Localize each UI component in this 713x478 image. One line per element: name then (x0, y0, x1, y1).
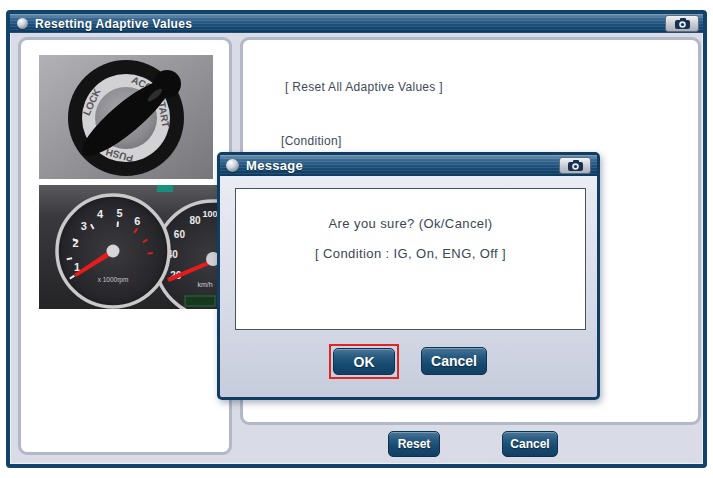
tach-label: 2 (73, 237, 79, 249)
tach-label: 5 (117, 207, 123, 219)
speed-label: 60 (174, 229, 186, 240)
tach-label: 6 (134, 215, 140, 227)
tach-label: 3 (81, 220, 87, 232)
tachometer-hub (107, 245, 120, 258)
dialog-body: Are you sure? (Ok/Cancel) [ Condition : … (220, 176, 597, 400)
speed-unit-label: km/h (197, 281, 212, 288)
ignition-switch-photo: ACC LOCK START PUSH (39, 55, 213, 179)
image-panel: ACC LOCK START PUSH (18, 37, 232, 455)
main-titlebar: Resetting Adaptive Values (10, 14, 703, 33)
screen: Resetting Adaptive Values (0, 0, 713, 478)
dialog-title: Message (246, 158, 303, 173)
tach-label: 4 (97, 208, 104, 220)
camera-icon (674, 17, 691, 30)
message-line-1: Are you sure? (Ok/Cancel) (236, 209, 585, 239)
screenshot-camera-button[interactable] (665, 15, 699, 32)
message-box: Are you sure? (Ok/Cancel) [ Condition : … (235, 188, 586, 330)
speed-label: 100 (202, 209, 217, 219)
condition-label: [Condition] (281, 134, 342, 148)
odometer-display (185, 296, 215, 306)
procedure-heading: [ Reset All Adaptive Values ] (285, 80, 443, 94)
dialog-titlebar: Message (220, 155, 597, 176)
ok-highlight-box: OK (329, 344, 399, 379)
message-dialog: Message Are you sure? (Ok/Cancel) [ Cond… (217, 152, 600, 400)
tachometer-gauge: 1 2 3 4 5 6 x 1000rpm (57, 195, 169, 307)
camera-icon (567, 159, 584, 172)
window-title: Resetting Adaptive Values (35, 17, 192, 31)
window-sphere-icon (17, 18, 28, 29)
message-line-2: [ Condition : IG, On, ENG, Off ] (236, 239, 585, 269)
cluster-teal-indicator (157, 185, 173, 192)
dialog-cancel-button[interactable]: Cancel (421, 347, 487, 375)
ok-button[interactable]: OK (333, 348, 395, 375)
reset-button[interactable]: Reset (388, 431, 440, 457)
speed-label: 80 (189, 215, 201, 226)
dialog-sphere-icon (226, 159, 239, 172)
instrument-cluster-photo: 20 40 60 80 100 km/h (39, 185, 217, 309)
dialog-camera-button[interactable] (559, 157, 591, 174)
footer-cancel-button[interactable]: Cancel (502, 431, 558, 457)
tach-unit-label: x 1000rpm (98, 276, 129, 284)
